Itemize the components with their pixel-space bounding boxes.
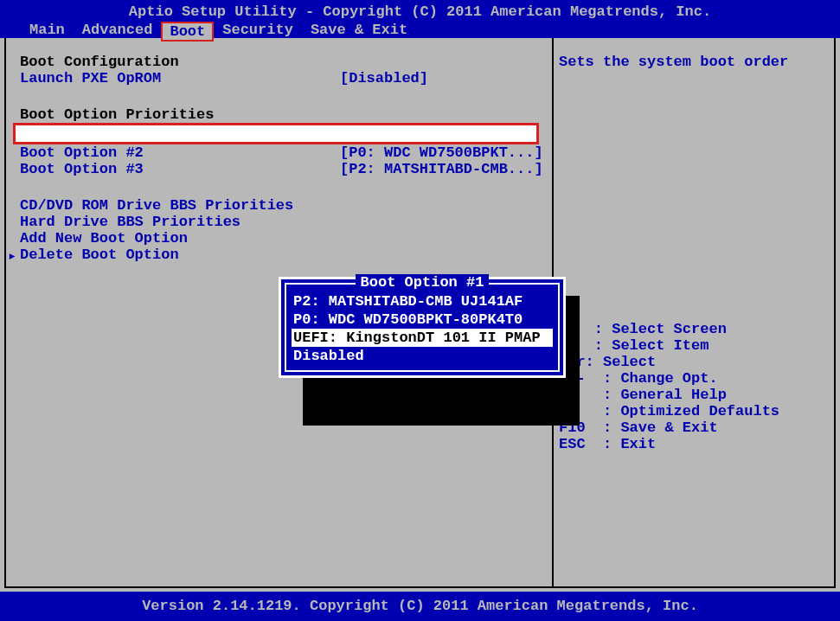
popup-option-1[interactable]: P2: MATSHITABD-CMB UJ141AF (292, 292, 553, 310)
delete-label: Delete Boot Option (20, 246, 179, 263)
boot-opt2-label: Boot Option #2 (20, 144, 340, 161)
popup-option-3[interactable]: UEFI: KingstonDT 101 II PMAP (292, 329, 553, 347)
boot-option-3-row[interactable]: Boot Option #3 [P2: MATSHITABD-CMB...] (20, 161, 547, 177)
arrow-right-icon: ▸ (8, 246, 16, 265)
boot-option-1-row[interactable]: Boot Option #1 [UEFI: KingstonDT 1...] (13, 123, 539, 144)
boot-opt3-label: Boot Option #3 (20, 161, 340, 177)
boot-opt2-value: [P0: WDC WD7500BPKT...] (340, 144, 543, 161)
help-panel: Sets the system boot order : Select Scre… (554, 38, 834, 586)
popup-title: Boot Option #1 (292, 274, 553, 291)
pxe-label: Launch PXE OpROM (20, 70, 340, 86)
pxe-option-row[interactable]: Launch PXE OpROM [Disabled] (20, 70, 547, 86)
pxe-value: [Disabled] (340, 70, 428, 86)
key-help: : Select Screen : Select Item ter: Selec… (559, 321, 829, 452)
help-f10: F10 : Save & Exit (559, 419, 829, 436)
help-f1: F1 : General Help (559, 387, 829, 403)
help-description: Sets the system boot order (559, 54, 829, 70)
help-plusminus: +/- : Change Opt. (559, 370, 829, 387)
popup-option-4[interactable]: Disabled (292, 347, 553, 365)
help-select-item: : Select Item (559, 337, 829, 354)
help-select-screen: : Select Screen (559, 321, 829, 337)
bios-footer: Version 2.14.1219. Copyright (C) 2011 Am… (0, 592, 840, 621)
help-f9: F9 : Optimized Defaults (559, 403, 829, 419)
boot-priorities-header: Boot Option Priorities (20, 106, 547, 123)
boot-config-header: Boot Configuration (20, 54, 547, 70)
boot-opt1-label: Boot Option #1 (22, 125, 333, 142)
cddvd-priorities[interactable]: CD/DVD ROM Drive BBS Priorities (20, 197, 547, 214)
settings-panel: Boot Configuration Launch PXE OpROM [Dis… (6, 38, 554, 586)
main-area: Boot Configuration Launch PXE OpROM [Dis… (4, 38, 836, 588)
boot-option-popup: Boot Option #1 P2: MATSHITABD-CMB UJ141A… (279, 277, 566, 378)
help-esc: ESC : Exit (559, 436, 829, 452)
bios-header: Aptio Setup Utility - Copyright (C) 2011… (0, 0, 840, 38)
delete-boot-option[interactable]: ▸ Delete Boot Option (20, 246, 547, 263)
help-enter: ter: Select (559, 354, 829, 370)
title-bar: Aptio Setup Utility - Copyright (C) 2011… (0, 2, 840, 22)
harddrive-priorities[interactable]: Hard Drive BBS Priorities (20, 214, 547, 230)
popup-option-2[interactable]: P0: WDC WD7500BPKT-80PK4T0 (292, 310, 553, 329)
boot-opt1-value: [UEFI: KingstonDT 1...] (333, 125, 536, 142)
boot-opt3-value: [P2: MATSHITABD-CMB...] (340, 161, 543, 177)
add-new-boot-option[interactable]: Add New Boot Option (20, 230, 547, 246)
boot-option-2-row[interactable]: Boot Option #2 [P0: WDC WD7500BPKT...] (20, 144, 547, 161)
